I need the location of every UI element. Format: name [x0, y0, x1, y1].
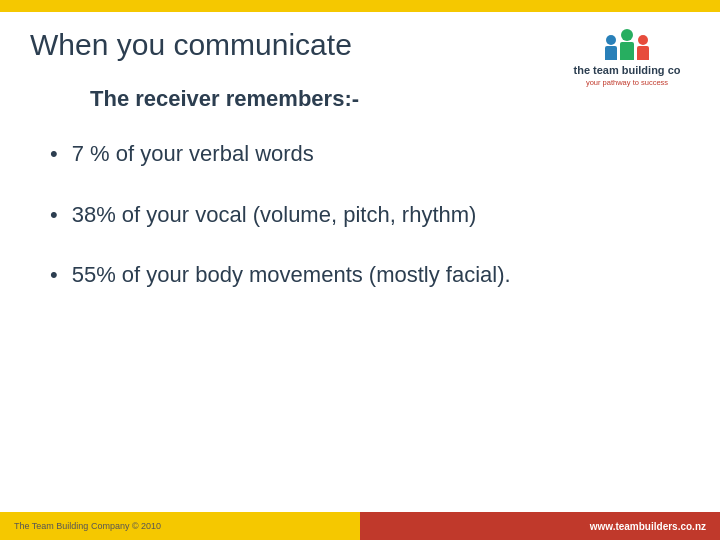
bullet-text-1: 7 % of your verbal words	[72, 140, 314, 169]
logo-figures	[605, 29, 649, 60]
figure-red	[637, 35, 649, 60]
logo-text-sub: your pathway to success	[586, 78, 668, 87]
figure-blue-head	[606, 35, 616, 45]
subtitle: The receiver remembers:-	[90, 86, 550, 112]
top-bar	[0, 0, 720, 12]
bullet-text-2: 38% of your vocal (volume, pitch, rhythm…	[72, 201, 477, 230]
logo-container: the team building co your pathway to suc…	[562, 18, 692, 98]
logo-text-main: the team building co	[574, 64, 681, 77]
figure-green-body	[620, 42, 634, 60]
bullet-item-3: • 55% of your body movements (mostly fac…	[50, 261, 550, 290]
bullet-item-1: • 7 % of your verbal words	[50, 140, 550, 169]
footer-right-text: www.teambuilders.co.nz	[590, 521, 706, 532]
bullet-item-2: • 38% of your vocal (volume, pitch, rhyt…	[50, 201, 550, 230]
bullet-text-3: 55% of your body movements (mostly facia…	[72, 261, 511, 290]
bottom-bar: The Team Building Company © 2010 www.tea…	[0, 512, 720, 540]
bullet-dot-3: •	[50, 261, 58, 290]
bottom-bar-right: www.teambuilders.co.nz	[360, 512, 720, 540]
bullet-dot-2: •	[50, 201, 58, 230]
slide: the team building co your pathway to suc…	[0, 0, 720, 540]
figure-red-head	[638, 35, 648, 45]
footer-left-text: The Team Building Company © 2010	[14, 521, 161, 531]
slide-title: When you communicate	[30, 28, 550, 62]
figure-green-head	[621, 29, 633, 41]
figure-blue	[605, 35, 617, 60]
figure-green	[620, 29, 634, 60]
bullet-dot-1: •	[50, 140, 58, 169]
bottom-bar-left: The Team Building Company © 2010	[0, 512, 360, 540]
figure-red-body	[637, 46, 649, 60]
main-content: When you communicate The receiver rememb…	[30, 18, 550, 322]
figure-blue-body	[605, 46, 617, 60]
